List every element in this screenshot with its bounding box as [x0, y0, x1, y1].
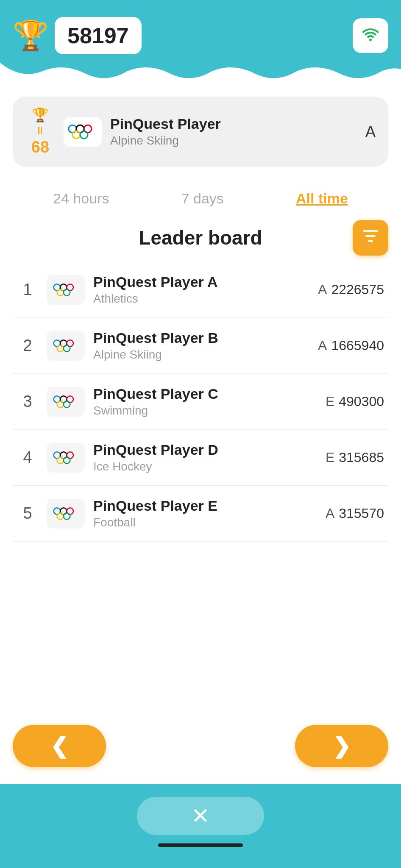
svg-point-9	[64, 289, 70, 295]
row-grade-2: A	[318, 338, 327, 353]
score-section: 🏆 58197	[13, 17, 142, 54]
row-info-1: PinQuest Player A Athletics	[93, 274, 309, 306]
row-logo-2	[47, 331, 85, 361]
row-rank-5: 5	[17, 504, 38, 523]
close-button[interactable]: ✕	[137, 797, 264, 835]
wifi-badge	[353, 18, 388, 53]
svg-point-18	[57, 401, 63, 407]
row-score-2: 1665940	[331, 338, 384, 353]
score-value: 58197	[67, 23, 129, 48]
tab-7days[interactable]: 7 days	[173, 188, 232, 209]
prev-button[interactable]: ❮	[13, 725, 106, 767]
row-logo-5	[47, 499, 85, 529]
row-score-5: 315570	[339, 506, 384, 521]
leaderboard-list: 1 PinQuest Player A Athletics A 2226575	[0, 262, 401, 712]
leaderboard-title: Leader board	[139, 226, 262, 249]
time-filter-tabs: 24 hours 7 days All time	[0, 175, 401, 222]
wave-divider	[0, 63, 401, 84]
svg-point-24	[64, 457, 70, 463]
table-row: 2 PinQuest Player B Alpine Skiing A 1665…	[13, 318, 388, 374]
row-info-5: PinQuest Player E Football	[93, 498, 317, 529]
score-badge: 58197	[55, 17, 142, 54]
olympic-rings-logo	[68, 123, 97, 141]
svg-point-23	[57, 457, 63, 463]
row-sport-1: Athletics	[93, 292, 309, 306]
svg-point-19	[64, 401, 70, 407]
tab-alltime[interactable]: All time	[287, 188, 356, 209]
trophy-icon: 🏆	[13, 19, 49, 53]
row-info-2: PinQuest Player B Alpine Skiing	[93, 330, 309, 362]
prev-icon: ❮	[50, 733, 69, 759]
svg-point-8	[57, 289, 63, 295]
svg-point-4	[80, 131, 88, 139]
filter-icon	[362, 228, 379, 248]
row-rank-1: 1	[17, 281, 38, 299]
filter-button[interactable]	[353, 220, 388, 256]
row-player-name-5: PinQuest Player E	[93, 498, 317, 514]
svg-point-29	[64, 513, 70, 519]
row-score-section-5: A 315570	[326, 506, 384, 521]
next-button[interactable]: ❯	[295, 725, 388, 767]
current-player-name: PinQuest Player	[110, 116, 357, 132]
svg-point-13	[57, 345, 63, 351]
nav-buttons: ❮ ❯	[0, 712, 401, 784]
row-score-section-2: A 1665940	[318, 338, 384, 353]
row-rank-3: 3	[17, 392, 38, 411]
bottom-bar: ✕	[0, 784, 401, 868]
row-score-4: 315685	[339, 450, 384, 465]
row-sport-5: Football	[93, 516, 317, 529]
row-info-3: PinQuest Player C Swimming	[93, 386, 317, 417]
row-score-section-3: E 490300	[326, 394, 384, 409]
row-sport-3: Swimming	[93, 404, 317, 417]
svg-point-28	[57, 513, 63, 519]
rank-bars-icon: ⏸	[35, 125, 45, 136]
svg-point-3	[72, 131, 80, 139]
row-score-1: 2226575	[331, 282, 384, 298]
row-player-name-4: PinQuest Player D	[93, 442, 317, 458]
row-logo-4	[47, 443, 85, 473]
tab-24hours[interactable]: 24 hours	[45, 188, 117, 209]
svg-point-14	[64, 345, 70, 351]
row-grade-1: A	[318, 282, 327, 298]
row-player-name-1: PinQuest Player A	[93, 274, 309, 290]
row-score-section-4: E 315685	[326, 450, 384, 465]
row-grade-3: E	[326, 394, 334, 409]
main-content: 🏆 ⏸ 68 PinQuest Player Alpine Skiing A 2…	[0, 84, 401, 784]
table-row: 3 PinQuest Player C Swimming E 490300	[13, 374, 388, 430]
table-row: 1 PinQuest Player A Athletics A 2226575	[13, 262, 388, 318]
row-score-section-1: A 2226575	[318, 282, 384, 298]
wifi-icon	[361, 24, 380, 47]
row-score-3: 490300	[339, 394, 384, 409]
rank-trophy-icon: 🏆	[32, 107, 49, 123]
row-player-name-3: PinQuest Player C	[93, 386, 317, 402]
home-indicator	[158, 843, 243, 847]
rank-section: 🏆 ⏸ 68	[25, 107, 55, 156]
row-info-4: PinQuest Player D Ice Hockey	[93, 442, 317, 473]
row-grade-4: E	[326, 450, 334, 465]
row-player-name-2: PinQuest Player B	[93, 330, 309, 346]
row-logo-3	[47, 387, 85, 417]
table-row: 5 PinQuest Player E Football A 315570	[13, 486, 388, 542]
current-player-sport: Alpine Skiing	[110, 134, 357, 147]
row-logo-1	[47, 275, 85, 305]
player-info: PinQuest Player Alpine Skiing	[110, 116, 357, 147]
player-logo	[64, 117, 102, 147]
row-rank-2: 2	[17, 337, 38, 355]
row-grade-5: A	[326, 506, 334, 521]
table-row: 4 PinQuest Player D Ice Hockey E 315685	[13, 430, 388, 486]
top-bar: 🏆 58197	[0, 0, 401, 63]
close-icon: ✕	[191, 803, 210, 829]
player-card: 🏆 ⏸ 68 PinQuest Player Alpine Skiing A	[13, 97, 388, 167]
current-player-grade: A	[365, 123, 376, 141]
row-sport-2: Alpine Skiing	[93, 348, 309, 362]
next-icon: ❯	[332, 733, 351, 759]
row-sport-4: Ice Hockey	[93, 460, 317, 473]
player-rank: 68	[31, 138, 49, 156]
leaderboard-header: Leader board	[0, 222, 401, 262]
row-rank-4: 4	[17, 448, 38, 467]
